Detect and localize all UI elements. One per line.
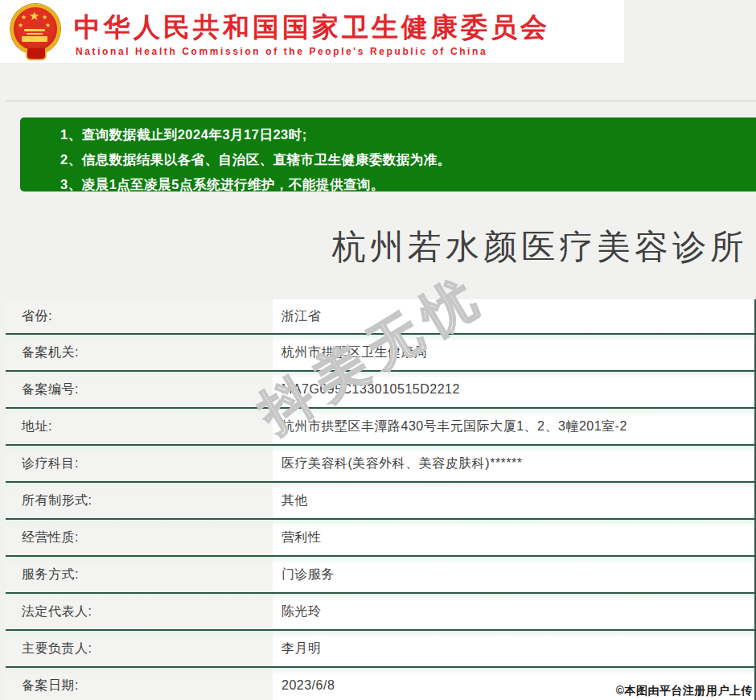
emblem-gate-icon xyxy=(27,33,43,35)
table-row: 地址: 杭州市拱墅区丰潭路430号丰元国际大厦1、2、3幢201室-2 xyxy=(6,407,754,444)
row-value: 浙江省 xyxy=(273,299,754,333)
table-row: 服务方式: 门诊服务 xyxy=(6,555,754,592)
table-row: 备案编号: MA7G695C133010515D2212 xyxy=(6,370,754,407)
table-row: 经营性质: 营利性 xyxy=(6,518,754,555)
row-value: 杭州市拱墅区卫生健康局 xyxy=(273,335,754,370)
row-label: 主要负责人: xyxy=(6,631,273,666)
site-header: ★ ★ ★ ★ ★ 中华人民共和国国家卫生健康委员会 National Heal… xyxy=(0,0,624,63)
emblem-star-icon: ★ xyxy=(42,14,47,21)
table-row: 备案机关: 杭州市拱墅区卫生健康局 xyxy=(6,333,754,370)
row-label: 法定代表人: xyxy=(6,594,273,629)
emblem-star-icon: ★ xyxy=(21,14,27,21)
nhc-record-query-page: ★ ★ ★ ★ ★ 中华人民共和国国家卫生健康委员会 National Heal… xyxy=(0,0,756,700)
query-notice-box: 1、查询数据截止到2024年3月17日23时;2、信息数据结果以各省、自治区、直… xyxy=(20,117,756,191)
upload-attribution-note: ©本图由平台注册用户上传 xyxy=(616,684,753,698)
row-value: 杭州市拱墅区丰潭路430号丰元国际大厦1、2、3幢201室-2 xyxy=(273,409,754,444)
row-label: 备案编号: xyxy=(6,372,273,407)
table-row: 省份: 浙江省 xyxy=(6,299,754,333)
row-label: 地址: xyxy=(6,409,273,444)
row-label: 所有制形式: xyxy=(6,483,273,518)
prc-national-emblem-icon: ★ ★ ★ ★ ★ xyxy=(8,2,61,62)
row-value: 营利性 xyxy=(273,520,754,555)
record-info-table: 省份: 浙江省 备案机关: 杭州市拱墅区卫生健康局 备案编号: MA7G695C… xyxy=(6,299,756,700)
emblem-star-icon: ★ xyxy=(18,23,23,29)
row-value: 门诊服务 xyxy=(273,557,754,592)
notice-line: 2、信息数据结果以各省、自治区、直辖市卫生健康委数据为准。 xyxy=(60,147,756,172)
emblem-star-icon: ★ xyxy=(45,23,51,29)
clinic-name-title: 杭州若水颜医疗美容诊所 xyxy=(332,224,748,270)
row-value: 医疗美容科(美容外科、美容皮肤科)****** xyxy=(273,446,754,481)
row-value: 其他 xyxy=(273,483,754,518)
row-label: 诊疗科目: xyxy=(6,446,273,481)
row-label: 备案机关: xyxy=(6,335,273,370)
org-title-en: National Health Commission of the People… xyxy=(76,46,487,57)
row-value: 李月明 xyxy=(273,631,754,666)
row-value: MA7G695C133010515D2212 xyxy=(273,372,754,407)
org-title-cn: 中华人民共和国国家卫生健康委员会 xyxy=(74,10,550,46)
notice-line: 1、查询数据截止到2024年3月17日23时; xyxy=(60,122,756,147)
table-row: 所有制形式: 其他 xyxy=(6,481,754,518)
emblem-tassel xyxy=(26,48,47,60)
emblem-gate-icon xyxy=(22,36,47,42)
notice-line: 3、凌晨1点至凌晨5点系统进行维护，不能提供查询。 xyxy=(60,172,756,197)
emblem-star-icon: ★ xyxy=(29,10,39,22)
horizontal-divider xyxy=(6,101,756,101)
emblem-gate-icon xyxy=(24,29,45,31)
row-value: 陈光玲 xyxy=(273,594,754,629)
table-row: 诊疗科目: 医疗美容科(美容外科、美容皮肤科)****** xyxy=(6,444,754,481)
row-label: 服务方式: xyxy=(6,557,273,592)
row-label: 经营性质: xyxy=(6,520,273,555)
row-label: 省份: xyxy=(6,299,273,333)
row-label: 备案日期: xyxy=(6,668,273,700)
table-row: 法定代表人: 陈光玲 xyxy=(6,592,754,629)
table-row: 主要负责人: 李月明 xyxy=(6,629,754,666)
